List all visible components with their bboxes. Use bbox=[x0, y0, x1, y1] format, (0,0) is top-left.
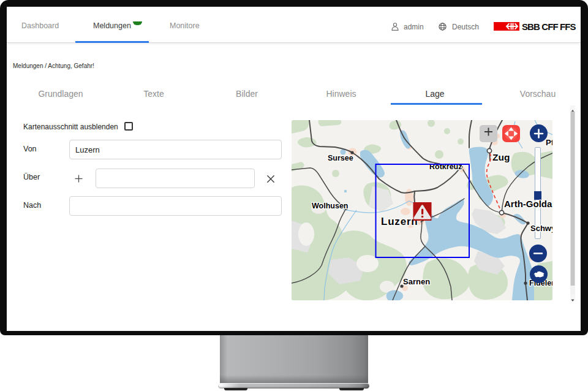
svg-text:Schwyz: Schwyz bbox=[530, 224, 552, 233]
svg-text:Arth-Goldau: Arth-Goldau bbox=[504, 199, 552, 209]
